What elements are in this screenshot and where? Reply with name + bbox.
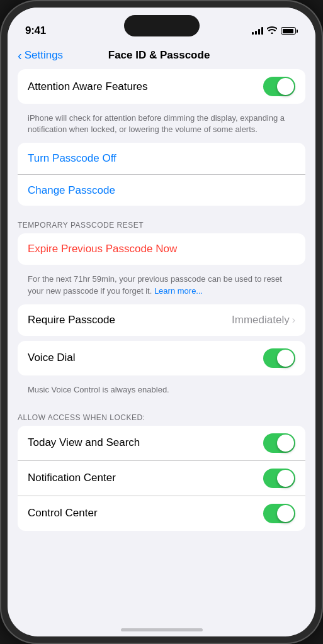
- expire-previous-label: Expire Previous Passcode Now: [28, 243, 295, 255]
- status-time: 9:41: [25, 25, 46, 37]
- page-title: Face ID & Passcode: [63, 49, 255, 62]
- attention-section: Attention Aware Features: [18, 69, 305, 104]
- turn-passcode-off-label: Turn Passcode Off: [28, 152, 295, 165]
- battery-icon: [281, 27, 298, 35]
- voice-dial-section: Voice Dial: [18, 341, 305, 375]
- today-view-row[interactable]: Today View and Search: [18, 426, 305, 460]
- temp-reset-section: Expire Previous Passcode Now: [18, 233, 305, 265]
- back-label: Settings: [25, 49, 63, 62]
- allow-access-label: ALLOW ACCESS WHEN LOCKED:: [8, 403, 315, 426]
- toggle-knob: [277, 435, 294, 452]
- temp-reset-card: Expire Previous Passcode Now: [18, 233, 305, 265]
- require-passcode-section: Require Passcode Immediately ›: [18, 304, 305, 336]
- today-view-label: Today View and Search: [28, 436, 263, 449]
- passcode-options-card: Turn Passcode Off Change Passcode: [18, 143, 305, 206]
- signal-icon: [252, 27, 263, 35]
- require-passcode-value: Immediately: [232, 314, 290, 326]
- attention-description: iPhone will check for attention before d…: [18, 109, 305, 143]
- require-passcode-row[interactable]: Require Passcode Immediately ›: [18, 304, 305, 336]
- attention-aware-label: Attention Aware Features: [28, 80, 263, 93]
- allow-access-section: Today View and Search Notification Cente…: [18, 426, 305, 531]
- voice-dial-label: Voice Dial: [28, 352, 263, 364]
- require-passcode-label: Require Passcode: [28, 314, 232, 326]
- turn-passcode-off-row[interactable]: Turn Passcode Off: [18, 143, 305, 174]
- allow-access-card: Today View and Search Notification Cente…: [18, 426, 305, 531]
- notification-center-toggle[interactable]: [263, 469, 295, 488]
- toggle-knob: [277, 350, 294, 367]
- attention-card: Attention Aware Features: [18, 69, 305, 104]
- temp-reset-label: TEMPORARY PASSCODE RESET: [8, 211, 315, 233]
- change-passcode-row[interactable]: Change Passcode: [18, 174, 305, 206]
- notification-center-label: Notification Center: [28, 472, 263, 484]
- back-chevron-icon: ‹: [18, 49, 22, 62]
- wifi-icon: [267, 26, 277, 36]
- expire-previous-row[interactable]: Expire Previous Passcode Now: [18, 233, 305, 265]
- change-passcode-label: Change Passcode: [28, 184, 295, 197]
- toggle-knob: [277, 78, 294, 95]
- status-icons: [252, 26, 298, 36]
- voice-dial-toggle[interactable]: [263, 348, 295, 368]
- learn-more-link[interactable]: Learn more...: [154, 286, 203, 296]
- dynamic-island: [124, 15, 200, 36]
- toggle-knob: [277, 470, 294, 487]
- home-indicator: [121, 628, 203, 631]
- require-passcode-card: Require Passcode Immediately ›: [18, 304, 305, 336]
- control-center-label: Control Center: [28, 507, 263, 519]
- control-center-toggle[interactable]: [263, 504, 295, 523]
- phone-frame: 9:41: [0, 0, 323, 644]
- attention-aware-toggle[interactable]: [263, 77, 295, 96]
- attention-aware-row[interactable]: Attention Aware Features: [18, 69, 305, 104]
- toggle-knob: [277, 505, 294, 522]
- require-passcode-chevron: ›: [292, 314, 295, 326]
- navigation-bar: ‹ Settings Face ID & Passcode: [8, 44, 315, 69]
- voice-dial-row[interactable]: Voice Dial: [18, 341, 305, 375]
- voice-dial-description: Music Voice Control is always enabled.: [18, 380, 305, 403]
- today-view-toggle[interactable]: [263, 433, 295, 453]
- scroll-content[interactable]: Attention Aware Features iPhone will che…: [8, 69, 315, 629]
- passcode-options-section: Turn Passcode Off Change Passcode: [18, 143, 305, 206]
- back-button[interactable]: ‹ Settings: [18, 49, 63, 62]
- temp-reset-description: For the next 71hr 59min, your previous p…: [18, 270, 305, 304]
- voice-dial-card: Voice Dial: [18, 341, 305, 375]
- control-center-row[interactable]: Control Center: [18, 496, 305, 531]
- phone-screen: 9:41: [8, 8, 315, 636]
- notification-center-row[interactable]: Notification Center: [18, 460, 305, 496]
